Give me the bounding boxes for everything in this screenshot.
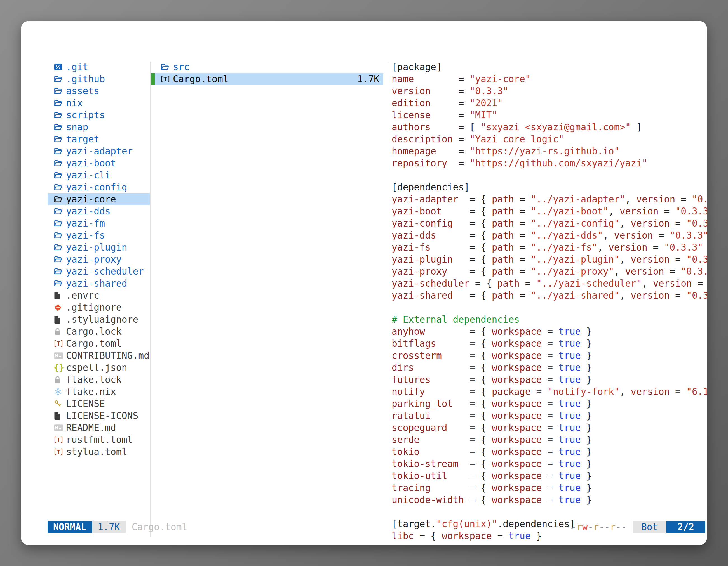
- file-row-.git[interactable]: .git: [48, 61, 150, 73]
- file-row-.styluaignore[interactable]: .styluaignore: [48, 313, 150, 325]
- file-row-assets[interactable]: assets: [48, 85, 150, 97]
- file-row-flake.nix[interactable]: flake.nix: [48, 386, 150, 398]
- cursor-counter-badge: 2/2: [666, 521, 705, 533]
- file-row-yazi-plugin[interactable]: yazi-plugin: [48, 241, 150, 254]
- preview-line: dirs = { workspace = true }: [392, 361, 707, 373]
- preview-pane: [package]name = "yazi-core"version = "0.…: [392, 61, 707, 545]
- markdown-icon: [54, 352, 66, 359]
- file-name: yazi-proxy: [66, 254, 122, 265]
- file-name: .envrc: [66, 290, 99, 301]
- file-row-yazi-fm[interactable]: yazi-fm: [48, 217, 150, 229]
- file-row-yazi-core[interactable]: yazi-core: [48, 193, 150, 205]
- parent-pane: .git.githubassetsnixscriptssnaptargetyaz…: [48, 61, 150, 458]
- file-name: nix: [66, 98, 83, 109]
- file-name: target: [66, 134, 99, 145]
- pane-separator: [388, 62, 388, 537]
- preview-line: license = "MIT": [392, 109, 707, 121]
- file-row-scripts[interactable]: scripts: [48, 109, 150, 121]
- file-name: yazi-scheduler: [66, 266, 144, 277]
- file-row-snap[interactable]: snap: [48, 121, 150, 133]
- folder-icon: [54, 267, 66, 276]
- folder-icon: [54, 159, 66, 168]
- preview-line: edition = "2021": [392, 97, 707, 109]
- folder-icon: [54, 135, 66, 144]
- preview-line: anyhow = { workspace = true }: [392, 325, 707, 337]
- preview-line: yazi-boot = { path = "../yazi-boot", ver…: [392, 205, 707, 217]
- file-row-target[interactable]: target: [48, 133, 150, 145]
- file-name: yazi-cli: [66, 170, 111, 181]
- snowflake-icon: [54, 387, 66, 396]
- pane-separator: [150, 62, 151, 537]
- preview-line: tokio-stream = { workspace = true }: [392, 458, 707, 470]
- file-name: stylua.toml: [66, 446, 127, 457]
- mode-indicator: NORMAL: [48, 521, 92, 533]
- file-name: flake.nix: [66, 386, 116, 397]
- preview-line: [392, 506, 707, 518]
- file-row-Cargo.toml[interactable]: Cargo.toml: [48, 337, 150, 349]
- preview-line: yazi-dds = { path = "../yazi-dds", versi…: [392, 229, 707, 241]
- toml-icon: [54, 339, 66, 348]
- file-row-yazi-boot[interactable]: yazi-boot: [48, 157, 150, 169]
- file-row-cspell.json[interactable]: {}cspell.json: [48, 361, 150, 373]
- file-size: 1.7K: [357, 74, 383, 85]
- file-row-CONTRIBUTING.md[interactable]: CONTRIBUTING.md: [48, 349, 150, 361]
- file-icon: [54, 412, 66, 420]
- folder-icon: [54, 147, 66, 156]
- file-row-LICENSE-ICONS[interactable]: LICENSE-ICONS: [48, 410, 150, 422]
- git-folder-icon: [54, 63, 66, 71]
- yazi-file-manager-window: .git.githubassetsnixscriptssnaptargetyaz…: [21, 21, 707, 545]
- preview-line: [package]: [392, 61, 707, 73]
- file-name: Cargo.toml: [173, 74, 229, 85]
- file-name: yazi-boot: [66, 158, 116, 169]
- preview-line: yazi-plugin = { path = "../yazi-plugin",…: [392, 254, 707, 266]
- file-row-rustfmt.toml[interactable]: rustfmt.toml: [48, 434, 150, 446]
- file-row-README.md[interactable]: README.md: [48, 422, 150, 434]
- file-permissions: -rw-r--r--: [571, 522, 627, 532]
- file-row-yazi-fs[interactable]: yazi-fs: [48, 229, 150, 241]
- file-name: flake.lock: [66, 374, 122, 385]
- file-row-.envrc[interactable]: .envrc: [48, 289, 150, 301]
- file-name: rustfmt.toml: [66, 434, 133, 445]
- file-name: src: [173, 62, 190, 72]
- file-row-yazi-config[interactable]: yazi-config: [48, 181, 150, 193]
- file-name: snap: [66, 122, 88, 133]
- file-name: yazi-config: [66, 182, 127, 193]
- lock-icon: [54, 375, 66, 384]
- folder-icon: [54, 99, 66, 107]
- preview-line: [392, 169, 707, 181]
- file-name: cspell.json: [66, 362, 127, 373]
- preview-line: [dependencies]: [392, 181, 707, 193]
- file-row-.github[interactable]: .github: [48, 73, 150, 85]
- file-row-src[interactable]: src: [151, 61, 383, 73]
- current-pane: srcCargo.toml1.7K: [151, 61, 383, 85]
- folder-icon: [54, 87, 66, 95]
- status-filename: Cargo.toml: [132, 522, 187, 532]
- folder-icon: [54, 111, 66, 119]
- file-name: .styluaignore: [66, 314, 138, 325]
- file-row-stylua.toml[interactable]: stylua.toml: [48, 446, 150, 458]
- file-row-LICENSE[interactable]: LICENSE: [48, 398, 150, 410]
- file-row-yazi-dds[interactable]: yazi-dds: [48, 205, 150, 217]
- preview-line: # External dependencies: [392, 313, 707, 325]
- file-row-yazi-shared[interactable]: yazi-shared: [48, 278, 150, 289]
- file-name: yazi-fs: [66, 230, 105, 241]
- file-row-.gitignore[interactable]: .gitignore: [48, 301, 150, 313]
- preview-line: homepage = "https://yazi-rs.github.io": [392, 145, 707, 157]
- file-row-Cargo.toml[interactable]: Cargo.toml1.7K: [151, 73, 383, 85]
- status-right: -rw-r--r-- Bot 2/2: [571, 521, 705, 533]
- preview-line: yazi-fs = { path = "../yazi-fs", version…: [392, 241, 707, 254]
- file-row-flake.lock[interactable]: flake.lock: [48, 373, 150, 386]
- file-name: yazi-dds: [66, 206, 111, 217]
- file-name: yazi-shared: [66, 278, 127, 289]
- file-row-yazi-proxy[interactable]: yazi-proxy: [48, 254, 150, 266]
- file-row-yazi-adapter[interactable]: yazi-adapter: [48, 145, 150, 157]
- file-name: yazi-adapter: [66, 146, 133, 157]
- folder-icon: [54, 123, 66, 132]
- file-name: .github: [66, 74, 105, 85]
- toml-icon: [161, 75, 173, 83]
- file-row-yazi-scheduler[interactable]: yazi-scheduler: [48, 266, 150, 278]
- file-row-Cargo.lock[interactable]: Cargo.lock: [48, 325, 150, 337]
- file-row-nix[interactable]: nix: [48, 97, 150, 109]
- lock-icon: [54, 327, 66, 335]
- file-row-yazi-cli[interactable]: yazi-cli: [48, 169, 150, 181]
